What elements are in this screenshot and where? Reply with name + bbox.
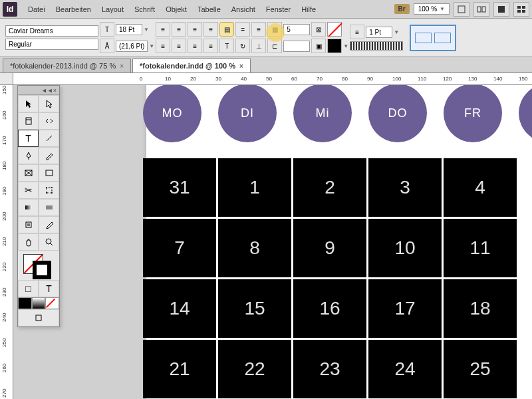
calendar-cell[interactable]: 18 <box>444 279 517 338</box>
line-tool[interactable] <box>39 130 59 147</box>
screen-mode-icon[interactable] <box>493 2 509 17</box>
free-transform-tool[interactable] <box>39 182 59 199</box>
scissors-tool[interactable]: ✂ <box>18 182 39 199</box>
cell-preview[interactable] <box>410 25 456 51</box>
stroke-swatch[interactable] <box>327 39 342 53</box>
bridge-badge[interactable]: Br <box>394 4 410 14</box>
calendar-cell[interactable]: 1 <box>218 158 291 217</box>
fill-stroke-swatch[interactable] <box>18 251 59 280</box>
justify-center-icon[interactable]: ≡ <box>172 39 186 53</box>
rectangle-frame-tool[interactable] <box>18 164 39 182</box>
calendar-cell[interactable]: 16 <box>293 279 366 338</box>
chevron-down-icon[interactable]: ▼ <box>394 29 399 35</box>
rotate-text-icon[interactable]: ↻ <box>235 39 250 53</box>
stroke-weight-field[interactable]: 1 Pt <box>366 27 392 38</box>
stroke-type-field[interactable] <box>350 41 403 51</box>
close-icon[interactable]: × <box>239 63 243 70</box>
text-frame-icon[interactable]: T <box>219 39 234 53</box>
leading-field[interactable]: (21,6 Pt) <box>116 41 148 52</box>
vertical-align-center-icon[interactable]: = <box>235 22 250 37</box>
formatting-text-icon[interactable]: T <box>39 280 59 297</box>
tab-fotokalender-2013[interactable]: *fotokalender-2013.indd @ 75 % × <box>3 59 131 72</box>
calendar-cell[interactable]: 11 <box>444 219 517 277</box>
text-wrap-icon[interactable]: ⊥ <box>251 39 266 53</box>
calendar-cell[interactable]: 3 <box>368 158 442 217</box>
vertical-ruler[interactable]: 150160170180190200210220230240250260270 <box>0 85 13 399</box>
menu-ansicht[interactable]: Ansicht <box>226 5 261 13</box>
menu-hilfe[interactable]: Hilfe <box>296 5 321 13</box>
calendar-cell[interactable]: 15 <box>218 279 291 338</box>
calendar-cell[interactable]: 8 <box>218 219 291 277</box>
calendar-cell[interactable]: 9 <box>293 219 366 277</box>
font-size-field[interactable]: 18 Pt <box>116 24 142 35</box>
tab-fotokalender[interactable]: *fotokalender.indd @ 100 % × <box>132 59 251 72</box>
calendar-cell[interactable]: 22 <box>218 340 291 398</box>
calendar-cell[interactable]: 10 <box>368 219 442 277</box>
vertical-align-top-icon[interactable]: ▤ <box>219 22 234 37</box>
page-tool[interactable] <box>18 112 39 130</box>
apply-gradient[interactable] <box>32 297 46 309</box>
ruler-origin[interactable] <box>0 73 13 85</box>
justify-right-icon[interactable]: ≡ <box>188 39 202 53</box>
formatting-container-icon[interactable]: □ <box>18 280 39 297</box>
bullets-icon[interactable]: ≡ <box>251 22 266 37</box>
justify-all-icon[interactable]: ≡ <box>203 39 218 53</box>
canvas[interactable]: MODIMiDOFRS 3112347891011141516171821222… <box>13 85 532 399</box>
menu-fenster[interactable]: Fenster <box>261 5 296 13</box>
chevron-down-icon[interactable]: ▼ <box>144 27 149 33</box>
gradient-swatch-tool[interactable] <box>18 199 39 216</box>
apply-color[interactable] <box>18 297 32 309</box>
calendar-cell[interactable]: 25 <box>444 340 517 398</box>
span-columns-icon[interactable]: ⊏ <box>267 39 282 53</box>
align-justify-icon[interactable]: ≡ <box>203 22 218 37</box>
selection-tool[interactable] <box>18 95 39 112</box>
gap-tool[interactable] <box>39 112 59 130</box>
zoom-tool[interactable] <box>39 233 59 251</box>
chevron-down-icon[interactable]: ▼ <box>343 43 348 49</box>
tools-collapse[interactable]: ◄◄ × <box>18 86 59 95</box>
font-family-field[interactable]: Caviar Dreams <box>5 25 98 37</box>
justify-left-icon[interactable]: ≡ <box>156 39 170 53</box>
rectangle-tool[interactable] <box>39 164 59 182</box>
arrange-icon[interactable] <box>513 2 529 17</box>
pencil-tool[interactable] <box>39 147 59 164</box>
align-left-icon[interactable]: ≡ <box>156 22 170 37</box>
align-center-icon[interactable]: ≡ <box>172 22 186 37</box>
gradient-feather-tool[interactable] <box>39 199 59 216</box>
menu-schrift[interactable]: Schrift <box>129 5 160 13</box>
calendar-cell[interactable]: 4 <box>444 158 517 217</box>
font-style-field[interactable]: Regular <box>5 39 98 50</box>
close-icon[interactable]: × <box>120 63 124 70</box>
type-tool[interactable]: T <box>18 130 39 147</box>
horizontal-ruler[interactable]: 0102030405060708090100110120130140150 <box>13 73 532 85</box>
eyedropper-tool[interactable] <box>39 216 59 233</box>
calendar-cell[interactable]: 24 <box>368 340 442 398</box>
calendar-cell[interactable]: 7 <box>143 219 216 277</box>
calendar-cell[interactable]: 31 <box>143 158 216 217</box>
align-right-icon[interactable]: ≡ <box>188 22 202 37</box>
calendar-cell[interactable]: 17 <box>368 279 442 338</box>
columns-field[interactable]: 5 <box>283 24 310 35</box>
stroke-color[interactable] <box>33 261 51 279</box>
calendar-cell[interactable]: 23 <box>293 340 366 398</box>
view-mode-1-icon[interactable] <box>454 2 469 17</box>
chevron-down-icon[interactable]: ▼ <box>149 43 154 49</box>
menu-datei[interactable]: Datei <box>23 5 51 13</box>
direct-selection-tool[interactable] <box>39 95 59 112</box>
pen-tool[interactable] <box>18 147 39 164</box>
split-cell-icon[interactable]: ▣ <box>311 39 326 53</box>
menu-objekt[interactable]: Objekt <box>160 5 192 13</box>
view-mode-tool[interactable] <box>18 309 59 327</box>
menu-layout[interactable]: Layout <box>96 5 129 13</box>
calendar-cell[interactable]: 2 <box>293 158 366 217</box>
menu-tabelle[interactable]: Tabelle <box>192 5 226 13</box>
gutter-field[interactable] <box>283 41 310 52</box>
view-mode-2-icon[interactable] <box>473 2 489 17</box>
menu-bearbeiten[interactable]: Bearbeiten <box>51 5 96 13</box>
hand-tool[interactable] <box>18 233 39 251</box>
apply-none[interactable] <box>45 297 59 309</box>
columns-icon[interactable]: ▦ <box>267 22 282 37</box>
zoom-level[interactable]: 100 % ▼ <box>414 3 450 15</box>
calendar-cell[interactable]: 21 <box>143 340 216 398</box>
merge-cells-icon[interactable]: ⊠ <box>311 22 326 37</box>
